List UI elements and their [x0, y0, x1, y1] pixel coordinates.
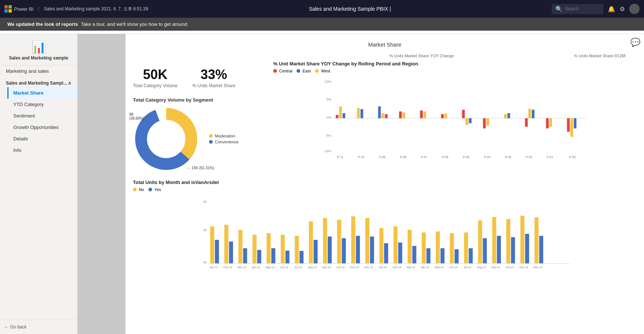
svg-text:-10%: -10% [323, 149, 331, 153]
svg-rect-76 [323, 218, 327, 263]
svg-rect-60 [210, 226, 214, 263]
go-back-button[interactable]: ← Go back [0, 320, 77, 334]
search-box[interactable]: 🔍 [552, 4, 603, 14]
svg-rect-66 [253, 235, 257, 263]
nav-item-info[interactable]: Info [7, 144, 77, 156]
svg-text:P-09: P-09 [379, 156, 386, 159]
svg-text:P-07: P-07 [421, 156, 428, 159]
svg-rect-105 [525, 234, 529, 263]
microsoft-label: Power BI [14, 6, 34, 12]
svg-rect-61 [215, 240, 219, 263]
nav-marketing-sales[interactable]: Marketing and sales [0, 65, 77, 77]
legend-east: East [297, 69, 311, 73]
svg-rect-75 [314, 240, 318, 263]
gray-sidebar [78, 34, 126, 334]
user-avatar[interactable] [629, 4, 640, 14]
svg-rect-88 [408, 230, 412, 263]
svg-rect-89 [412, 246, 417, 263]
svg-text:P-11: P-11 [337, 156, 344, 159]
yoy-title: % Unit Market Share YOY Change by Rollin… [273, 61, 637, 67]
legend-no: No [133, 187, 144, 192]
document-title: Sales and Marketing sample 2021. 6. 7. 오… [44, 6, 148, 12]
nav-group-label[interactable]: Sales and Marketing Sampl... ∧ [0, 77, 77, 87]
svg-rect-63 [229, 242, 233, 263]
kpi-row: 50K Total Category Volume 33% % Units Ma… [133, 67, 273, 88]
svg-rect-64 [239, 230, 243, 263]
legend-convenience-label: Convenience [215, 140, 239, 144]
notif-text: Take a tour, and we'll show you how to g… [81, 21, 188, 27]
nav-item-ytd[interactable]: YTD Category [7, 99, 77, 110]
search-input[interactable] [565, 6, 602, 11]
svg-text:May-13: May-13 [266, 266, 274, 269]
comment-icon[interactable]: 💬 [630, 38, 640, 47]
svg-rect-101 [497, 236, 501, 263]
chart-title: Market Share [133, 41, 637, 48]
svg-text:4K: 4K [203, 200, 207, 204]
svg-rect-83 [370, 236, 374, 263]
yoy-legend: Central East West [273, 69, 637, 75]
svg-rect-91 [427, 248, 431, 263]
yoy-chart-wrapper: 10% 5% 0% -5% -10% [273, 78, 637, 159]
subtitles-row: % Units Market Share YOY Change % Units … [133, 52, 637, 59]
svg-rect-69 [271, 248, 275, 263]
yoy-section: % Unit Market Share YOY Change by Rollin… [273, 61, 637, 174]
svg-text:Oct-14: Oct-14 [506, 266, 514, 269]
kpi-label-1: Total Category Volume [133, 83, 178, 88]
svg-text:P-05: P-05 [463, 156, 470, 159]
legend-west-label: West [321, 69, 330, 73]
svg-rect-62 [224, 225, 228, 263]
bottom-legend: No Yes [133, 187, 637, 193]
donut-title: Total Category Volume by Segment [133, 97, 273, 103]
donut-label-convenience: ← 15K (61.31%) [187, 166, 214, 170]
svg-text:Dec-14: Dec-14 [534, 266, 542, 269]
legend-convenience: Convenience [209, 140, 239, 144]
svg-rect-77 [328, 236, 332, 263]
svg-text:Sep-13: Sep-13 [322, 266, 330, 269]
svg-text:Jan-14: Jan-14 [378, 266, 387, 269]
kpi-total-volume: 50K Total Category Volume [133, 67, 178, 88]
main-layout: 📊 Sales and Marketing sample Marketing a… [0, 34, 644, 334]
top-right-actions: 🔍 🔔 ⚙ [552, 4, 640, 14]
svg-text:P-02: P-02 [526, 156, 532, 159]
svg-rect-36 [532, 110, 534, 118]
svg-rect-96 [464, 232, 468, 263]
nav-item-growth[interactable]: Growth Opportunities [7, 122, 77, 133]
svg-rect-18 [378, 106, 381, 118]
svg-text:0K: 0K [203, 261, 207, 264]
legend-central-label: Central [279, 69, 292, 73]
gear-icon[interactable]: ⚙ [620, 6, 625, 13]
donut-legend: Moderation Convenience [209, 134, 239, 146]
svg-text:P-10: P-10 [358, 156, 364, 159]
top-bar: Power BI | Sales and Marketing sample 20… [0, 0, 644, 18]
microsoft-logo [4, 5, 12, 13]
nav-item-sentiment[interactable]: Sentiment [7, 110, 77, 122]
svg-rect-37 [546, 118, 549, 129]
svg-rect-106 [534, 217, 538, 263]
bell-icon[interactable]: 🔔 [608, 6, 615, 13]
nav-logo-title: Sales and Marketing sample [9, 55, 68, 61]
svg-rect-71 [285, 250, 290, 263]
donut-section: Total Category Volume by Segment [133, 97, 273, 174]
svg-text:P-03: P-03 [505, 156, 511, 159]
yoy-subtitle: % Units Market Share YOY Change [390, 54, 454, 58]
svg-rect-102 [506, 219, 510, 263]
nav-item-market-share[interactable]: Market Share [7, 87, 77, 99]
svg-rect-79 [342, 238, 346, 263]
svg-rect-25 [441, 114, 443, 118]
svg-rect-95 [455, 249, 459, 263]
svg-rect-23 [420, 110, 423, 118]
notif-bold: We updated the look of reports [7, 21, 78, 27]
nav-item-details[interactable]: Details [7, 133, 77, 144]
svg-text:P-08: P-08 [400, 156, 407, 159]
svg-rect-27 [462, 110, 465, 118]
svg-text:Aug-14: Aug-14 [477, 266, 486, 269]
svg-text:5%: 5% [326, 98, 331, 101]
svg-text:Nov-14: Nov-14 [520, 266, 528, 269]
legend-no-label: No [139, 187, 144, 192]
svg-rect-39 [567, 118, 569, 132]
svg-text:Feb-13: Feb-13 [223, 266, 232, 269]
svg-rect-70 [281, 235, 285, 263]
svg-rect-21 [399, 112, 402, 118]
svg-text:Nov-13: Nov-13 [350, 266, 359, 269]
kpi-value-2: 33% [192, 67, 236, 82]
